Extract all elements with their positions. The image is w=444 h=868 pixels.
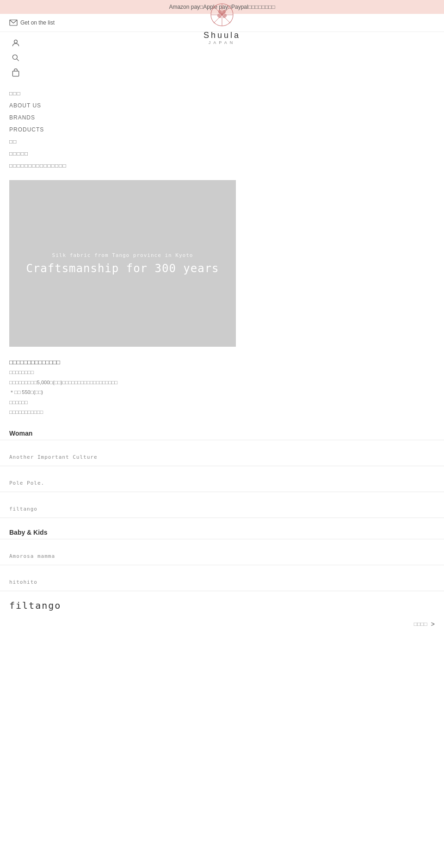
- brand-name-amorosa: Amorosa mamma: [9, 553, 435, 559]
- logo[interactable]: Shuula JAPAN: [204, 1, 240, 45]
- hero-image: Silk fabric from Tango province in Kyoto…: [9, 180, 236, 347]
- brand-name-hitohito: hitohito: [9, 579, 435, 585]
- brand-item-pole-pole[interactable]: Pole Pole.: [0, 466, 444, 492]
- svg-point-12: [12, 55, 17, 59]
- nav-item-brands[interactable]: BRANDS: [9, 112, 435, 124]
- nav-item-japanese-1[interactable]: □□□: [9, 87, 435, 100]
- nav-menu: □□□ ABOUT US BRANDS PRODUCTS □□ □□□□□ □□…: [0, 84, 444, 175]
- content-line-3: ＊□□ 550□(□□): [9, 388, 435, 397]
- content-heading: □□□□□□□□□□□□□□: [9, 359, 435, 366]
- logo-sub: JAPAN: [204, 40, 240, 45]
- brand-item-filtango-woman[interactable]: filtango: [0, 492, 444, 518]
- content-line-2: □□□□□□□□□5,000□(□□)□□□□□□□□□□□□□□□□□□: [9, 379, 435, 387]
- content-line-5: □□□□□□□□□□□: [9, 408, 435, 417]
- brand-name-filtango-woman: filtango: [9, 506, 435, 512]
- content-line-4: □□□□□□: [9, 399, 435, 407]
- search-icon-btn[interactable]: [9, 51, 22, 64]
- pagination: □□□□ >: [0, 616, 444, 632]
- header: Get on the list Shuula JAPAN: [0, 14, 444, 32]
- nav-item-japanese-2[interactable]: □□: [9, 136, 435, 148]
- baby-kids-section: Baby & Kids Amorosa mamma hitohito: [0, 521, 444, 591]
- nav-item-japanese-3[interactable]: □□□□□: [9, 148, 435, 160]
- brand-name-aic: Another Important Culture: [9, 454, 435, 460]
- brand-item-aic[interactable]: Another Important Culture: [0, 440, 444, 466]
- filtango-title: filtango: [9, 600, 435, 611]
- content-line-1: □□□□□□□□: [9, 368, 435, 377]
- logo-text: Shuula: [204, 31, 240, 40]
- hero-subtitle: Silk fabric from Tango province in Kyoto: [52, 252, 193, 258]
- user-icon: [11, 38, 20, 48]
- section-label-baby-kids: Baby & Kids: [0, 521, 444, 539]
- svg-point-11: [14, 40, 18, 43]
- svg-rect-14: [12, 71, 18, 76]
- email-icon: [9, 19, 18, 26]
- section-label-woman: Woman: [0, 422, 444, 440]
- email-signup[interactable]: Get on the list: [9, 19, 55, 26]
- pagination-dots: □□□□: [414, 621, 427, 627]
- search-icon: [11, 53, 20, 62]
- brand-item-amorosa[interactable]: Amorosa mamma: [0, 539, 444, 565]
- user-icon-btn[interactable]: [9, 37, 22, 50]
- pagination-next[interactable]: >: [431, 620, 435, 628]
- bag-icon-btn[interactable]: [9, 66, 22, 79]
- hero-title: Craftsmanship for 300 years: [26, 262, 219, 275]
- svg-point-10: [221, 13, 223, 15]
- brand-name-pole-pole: Pole Pole.: [9, 480, 435, 486]
- nav-item-products[interactable]: PRODUCTS: [9, 124, 435, 136]
- filtango-section: filtango: [0, 591, 444, 616]
- hero-container: Silk fabric from Tango province in Kyoto…: [0, 175, 444, 351]
- email-label: Get on the list: [20, 19, 55, 26]
- nav-item-about[interactable]: ABOUT US: [9, 100, 435, 112]
- svg-line-13: [17, 59, 19, 61]
- nav-item-japanese-4[interactable]: □□□□□□□□□□□□□□□: [9, 160, 435, 172]
- content-section: □□□□□□□□□□□□□□ □□□□□□□□ □□□□□□□□□5,000□(…: [0, 351, 444, 422]
- brand-item-hitohito[interactable]: hitohito: [0, 565, 444, 591]
- bag-icon: [11, 68, 20, 77]
- logo-icon: [208, 1, 236, 29]
